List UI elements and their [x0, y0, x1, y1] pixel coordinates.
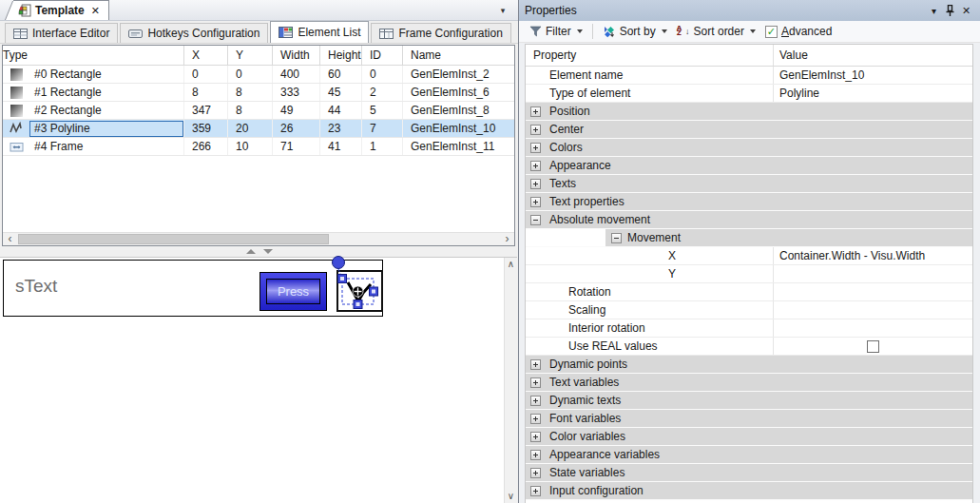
cell-width[interactable]: 400	[273, 66, 320, 83]
vertical-scrollbar[interactable]: ∧ ∨	[504, 258, 517, 503]
property-value-cell[interactable]	[773, 211, 972, 228]
close-icon[interactable]: ✕	[91, 5, 100, 17]
property-value-cell[interactable]	[773, 193, 972, 210]
cell-height[interactable]: 60	[320, 66, 362, 83]
cell-y[interactable]: 8	[228, 102, 273, 119]
visu-background-rectangle[interactable]: sText Press	[3, 260, 383, 317]
property-value-cell[interactable]: Container.Width - Visu.Width	[773, 247, 972, 264]
visualization-canvas[interactable]: sText Press	[0, 257, 517, 503]
scroll-down-icon[interactable]: ∨	[505, 490, 517, 503]
cell-x[interactable]: 359	[184, 120, 228, 137]
property-value-cell[interactable]	[773, 175, 972, 192]
element-label[interactable]: #0 Rectangle	[29, 67, 183, 83]
expand-icon[interactable]	[530, 450, 541, 460]
property-row[interactable]: Rotation	[526, 283, 972, 301]
visu-frame-element[interactable]: Press	[259, 272, 327, 311]
expand-icon[interactable]	[530, 161, 541, 171]
cell-x[interactable]: 0	[184, 66, 228, 83]
expand-icon[interactable]	[530, 359, 541, 370]
column-header-name[interactable]: Name	[403, 46, 514, 65]
column-header-height[interactable]: Height	[320, 46, 362, 65]
property-row[interactable]: Scaling	[526, 301, 972, 319]
property-value-cell[interactable]	[773, 157, 972, 174]
column-header-x[interactable]: X	[184, 46, 228, 65]
sort-by-button[interactable]: Sort by	[600, 23, 670, 41]
cell-height[interactable]: 45	[320, 84, 362, 101]
cell-id[interactable]: 1	[362, 138, 403, 155]
cell-name[interactable]: GenElemInst_10	[403, 120, 514, 137]
table-row[interactable]: #1 Rectangle88333452GenElemInst_6	[3, 84, 514, 102]
cell-width[interactable]: 49	[273, 102, 320, 119]
column-header-value[interactable]: Value	[773, 45, 972, 66]
column-header-type[interactable]: Type	[3, 46, 184, 65]
property-value-cell[interactable]	[773, 283, 972, 300]
cell-id[interactable]: 5	[362, 102, 403, 119]
cell-height[interactable]: 23	[320, 120, 362, 137]
expand-icon[interactable]	[530, 468, 541, 478]
expand-icon[interactable]	[530, 414, 541, 424]
cell-id[interactable]: 2	[362, 84, 403, 101]
cell-type[interactable]: #0 Rectangle	[3, 66, 184, 83]
property-value-cell[interactable]	[773, 410, 972, 427]
cell-type[interactable]: #2 Rectangle	[3, 102, 184, 119]
polyline-selection-adorner[interactable]	[319, 251, 392, 319]
window-position-dropdown-icon[interactable]: ▾	[926, 6, 942, 16]
property-value-cell[interactable]	[773, 265, 972, 282]
property-row[interactable]: XContainer.Width - Visu.Width	[526, 247, 972, 265]
expand-icon[interactable]	[530, 432, 541, 442]
cell-name[interactable]: GenElemInst_11	[403, 138, 514, 155]
panel-splitter[interactable]	[0, 246, 518, 257]
cell-name[interactable]: GenElemInst_8	[403, 102, 514, 119]
element-label[interactable]: #1 Rectangle	[29, 85, 183, 101]
collapse-icon[interactable]	[611, 233, 622, 243]
collapse-icon[interactable]	[530, 215, 541, 225]
property-group-row[interactable]: Dynamic points	[526, 356, 972, 374]
splitter-down-icon[interactable]	[263, 249, 273, 254]
table-row[interactable]: #0 Rectangle00400600GenElemInst_2	[3, 66, 514, 84]
cell-type[interactable]: #3 Polyline	[3, 120, 184, 137]
property-row[interactable]: Y	[526, 265, 972, 283]
element-label[interactable]: #3 Polyline	[29, 121, 183, 137]
property-group-row[interactable]: Dynamic texts	[526, 392, 972, 410]
checkbox-unchecked[interactable]	[867, 340, 879, 353]
property-value-cell[interactable]	[773, 392, 972, 409]
expand-icon[interactable]	[530, 197, 541, 207]
cell-name[interactable]: GenElemInst_6	[403, 84, 514, 101]
scroll-up-icon[interactable]: ∧	[505, 258, 517, 271]
visu-text-element[interactable]: sText	[15, 276, 57, 297]
property-value-cell[interactable]: Polyline	[773, 85, 972, 102]
expand-icon[interactable]	[530, 125, 541, 135]
cell-y[interactable]: 0	[228, 66, 273, 83]
column-header-id[interactable]: ID	[362, 46, 403, 65]
property-value-cell[interactable]	[773, 229, 972, 246]
sort-order-button[interactable]: AZ ↓ Sort order	[674, 23, 759, 41]
property-value-cell[interactable]	[773, 356, 972, 373]
cell-type[interactable]: #1 Rectangle	[3, 84, 184, 101]
cell-type[interactable]: #4 Frame	[3, 138, 184, 155]
property-row[interactable]: Use REAL values	[526, 338, 972, 356]
property-row[interactable]: Type of elementPolyline	[526, 85, 972, 103]
property-group-row[interactable]: Text properties	[526, 193, 972, 211]
cell-height[interactable]: 44	[320, 102, 362, 119]
column-header-y[interactable]: Y	[228, 46, 273, 65]
advanced-toggle[interactable]: ✓ Advanced	[762, 23, 835, 41]
property-group-row[interactable]: State variables	[526, 464, 972, 482]
cell-x[interactable]: 347	[184, 102, 228, 119]
cell-name[interactable]: GenElemInst_2	[403, 66, 514, 83]
property-value-cell[interactable]	[773, 338, 972, 355]
property-group-row[interactable]: Position	[526, 103, 972, 121]
scroll-right-icon[interactable]: ›	[500, 233, 514, 245]
pin-icon[interactable]	[942, 5, 958, 16]
press-button[interactable]: Press	[266, 279, 320, 304]
filter-button[interactable]: Filter	[527, 23, 586, 41]
property-group-row[interactable]: Font variables	[526, 410, 972, 428]
tab-list-dropdown-icon[interactable]: ▾	[495, 4, 510, 17]
element-label[interactable]: #4 Frame	[29, 139, 183, 155]
horizontal-scrollbar[interactable]: ‹ ›	[3, 232, 514, 245]
property-group-row[interactable]: Absolute movement	[526, 211, 972, 229]
property-value-cell[interactable]	[773, 482, 972, 499]
property-group-row[interactable]: Text variables	[526, 374, 972, 392]
property-group-row[interactable]: Appearance variables	[526, 446, 972, 464]
cell-id[interactable]: 0	[362, 66, 403, 83]
property-group-row[interactable]: Center	[526, 121, 972, 139]
